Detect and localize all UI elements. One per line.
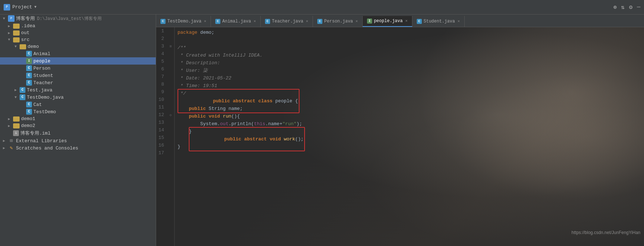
line-10-numbers: 10 xyxy=(156,96,174,103)
tab-student-close[interactable]: × xyxy=(457,19,460,24)
line-3-numbers: 3 ≡ xyxy=(156,42,174,50)
arrow-right-icon: ▶ xyxy=(3,139,8,143)
editor-content[interactable]: 1 2 3 ≡ 4 5 xyxy=(156,27,644,246)
tab-animal-label: Animal.java xyxy=(222,19,251,24)
sidebar-item-cat[interactable]: C Cat xyxy=(0,101,156,108)
code-line-7: * Date: 2021-05-22 xyxy=(178,74,641,82)
ln-3: 3 xyxy=(156,44,167,49)
tab-people-icon: I xyxy=(367,19,372,24)
tree-project-root[interactable]: ▼ P 博客专用 D:\Java\Java_test\博客专用 xyxy=(0,15,156,22)
arrow-icon: ▼ xyxy=(3,17,8,21)
class-testdemo-icon: C xyxy=(20,94,25,100)
tab-teacher[interactable]: C Teacher.java × xyxy=(261,16,313,27)
sidebar-item-teacher[interactable]: C Teacher xyxy=(0,79,156,86)
ln-10: 10 xyxy=(156,97,167,102)
line-11-numbers: 11 xyxy=(156,103,174,111)
folder-src-icon xyxy=(13,37,20,42)
sidebar-item-person[interactable]: C Person xyxy=(0,65,156,72)
tab-student-icon: C xyxy=(417,19,422,24)
code-area[interactable]: package demo; /** * Created with Intelli… xyxy=(175,27,644,246)
line-7-numbers: 7 xyxy=(156,73,174,81)
ln-16: 16 xyxy=(156,143,167,148)
tab-people-label: people.java xyxy=(374,19,403,24)
code-line-10: public abstract class people { xyxy=(178,97,641,105)
tab-testdemo-close[interactable]: × xyxy=(204,19,207,24)
sidebar-item-src[interactable]: ▼ src xyxy=(0,36,156,43)
minimize-icon[interactable]: ─ xyxy=(637,4,640,11)
ln-4: 4 xyxy=(156,51,167,57)
external-libraries-label: External Libraries xyxy=(16,138,67,144)
line-15-numbers: 15 xyxy=(156,134,174,142)
ln-9: 9 xyxy=(156,89,167,95)
code-line-13: System.out.println(this.name+"run"); xyxy=(178,120,641,128)
code-line-6: * User: 柒 xyxy=(178,67,641,74)
title-bar-left: P Project ▼ xyxy=(4,4,37,11)
code-line-1: package demo; xyxy=(178,29,641,36)
sidebar-item-test[interactable]: ▶ C Test.java xyxy=(0,86,156,94)
sidebar-item-demo2[interactable]: ▶ demo2 xyxy=(0,122,156,129)
tab-people[interactable]: I people.java × xyxy=(363,16,412,27)
sidebar-item-out[interactable]: ▶ out xyxy=(0,29,156,36)
src-label: src xyxy=(21,37,29,42)
tab-person-close[interactable]: × xyxy=(355,19,358,24)
globe-icon[interactable]: ⊕ xyxy=(613,4,617,11)
sidebar-item-idea[interactable]: ▶ .idea xyxy=(0,22,156,29)
sidebar-item-testdemo-class[interactable]: C TestDemo xyxy=(0,108,156,115)
title-bar: P Project ▼ ⊕ ⇅ ⚙ ─ xyxy=(0,0,644,15)
line-12-numbers: 12 ◇ xyxy=(156,111,174,119)
code-line-3: /** xyxy=(178,44,641,52)
code-line-2 xyxy=(178,36,641,44)
main-content: ▼ P 博客专用 D:\Java\Java_test\博客专用 ▶ .idea … xyxy=(0,15,644,246)
arrows-icon[interactable]: ⇅ xyxy=(621,4,625,11)
sidebar-item-people[interactable]: I people xyxy=(0,57,156,65)
tab-teacher-label: Teacher.java xyxy=(272,19,303,24)
sidebar-item-demo1[interactable]: ▶ demo1 xyxy=(0,115,156,122)
tab-student[interactable]: C Student.java × xyxy=(412,16,465,27)
class-teacher-icon: C xyxy=(26,80,32,86)
class-testdemo2-icon: C xyxy=(26,109,32,115)
ln-15: 15 xyxy=(156,135,167,140)
sidebar-item-external-libraries[interactable]: ▶ ⊞ External Libraries xyxy=(0,137,156,144)
line-6-numbers: 6 xyxy=(156,65,174,73)
tab-people-close[interactable]: × xyxy=(405,19,408,23)
sidebar-item-iml[interactable]: i 博客专用.iml xyxy=(0,129,156,137)
tab-animal-close[interactable]: × xyxy=(253,19,256,24)
sidebar-item-student[interactable]: C Student xyxy=(0,72,156,79)
ln-2: 2 xyxy=(156,36,167,41)
iml-icon: i xyxy=(13,130,19,136)
project-label[interactable]: Project xyxy=(12,4,32,10)
tab-testdemo[interactable]: C TestDemo.java × xyxy=(156,16,211,27)
class-cat-icon: C xyxy=(26,102,32,107)
folder-out-icon xyxy=(13,30,20,36)
tab-student-label: Student.java xyxy=(424,19,455,24)
testdemo-label: TestDemo.java xyxy=(27,95,64,100)
line-1-numbers: 1 xyxy=(156,27,174,35)
sidebar-item-testdemo[interactable]: ▼ C TestDemo.java xyxy=(0,94,156,101)
arrow-right-icon: ▶ xyxy=(3,146,8,150)
tab-teacher-close[interactable]: × xyxy=(306,19,308,24)
ln-6: 6 xyxy=(156,66,167,72)
tab-testdemo-icon: C xyxy=(160,19,166,24)
dropdown-arrow[interactable]: ▼ xyxy=(34,5,37,9)
arrow-right-icon: ▶ xyxy=(8,24,13,28)
code-line-17 xyxy=(178,151,641,158)
sidebar-item-scratches[interactable]: ▶ ✎ Scratches and Consoles xyxy=(0,144,156,152)
folder-demo-icon xyxy=(20,44,26,49)
sidebar-item-animal[interactable]: C Animal xyxy=(0,50,156,57)
arrow-down-icon: ▼ xyxy=(15,45,20,49)
ln-12: 12 xyxy=(156,112,167,118)
settings-icon[interactable]: ⚙ xyxy=(629,4,633,11)
code-line-12: public void run(){ xyxy=(178,112,641,120)
line-9-numbers: 9 xyxy=(156,88,174,96)
tab-person[interactable]: C Person.java × xyxy=(313,16,363,27)
line-2-numbers: 2 xyxy=(156,35,174,42)
testdemo-class-label: TestDemo xyxy=(33,109,56,115)
sidebar-item-demo[interactable]: ▼ demo xyxy=(0,43,156,50)
animal-label: Animal xyxy=(33,51,50,57)
tab-animal[interactable]: C Animal.java × xyxy=(211,16,261,27)
person-label: Person xyxy=(33,66,50,71)
code-line-8: * Time: 19:51 xyxy=(178,82,641,90)
sidebar[interactable]: ▼ P 博客专用 D:\Java\Java_test\博客专用 ▶ .idea … xyxy=(0,15,156,246)
line-13-numbers: 13 xyxy=(156,119,174,126)
tab-testdemo-label: TestDemo.java xyxy=(167,19,201,24)
